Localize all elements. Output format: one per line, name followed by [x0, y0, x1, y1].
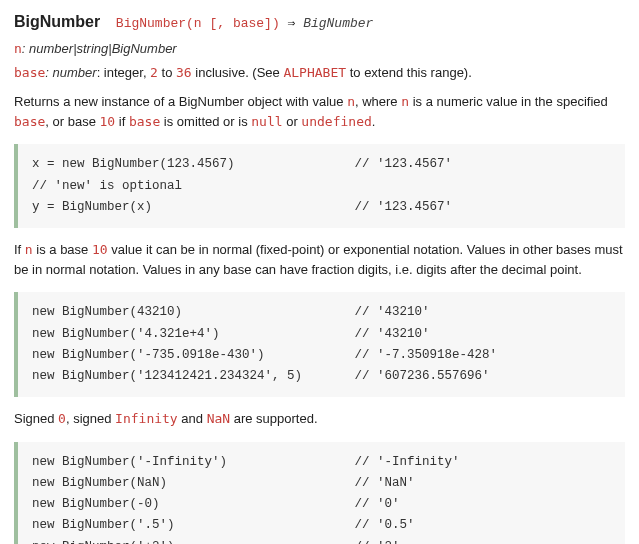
txt: to extend this range). [346, 65, 472, 80]
txt: , or base [45, 114, 99, 129]
base-ref: base [14, 114, 45, 129]
txt: Signed [14, 411, 58, 426]
txt: is a numeric value in the specified [409, 94, 608, 109]
txt: inclusive. (See [192, 65, 284, 80]
txt: and [178, 411, 207, 426]
ten: 10 [100, 114, 116, 129]
n-ref: n [25, 242, 33, 257]
code-block-2: new BigNumber(43210) // '43210' new BigN… [14, 292, 625, 397]
nan-kw: NaN [207, 411, 230, 426]
txt: is a base [33, 242, 92, 257]
txt: or [283, 114, 302, 129]
ten: 10 [92, 242, 108, 257]
param-n-type: : number|string|BigNumber [22, 41, 177, 56]
param-base-type: : number [45, 65, 96, 80]
signature-return: BigNumber [303, 16, 373, 31]
code-block-3: new BigNumber('-Infinity') // '-Infinity… [14, 442, 625, 544]
txt: to [158, 65, 176, 80]
txt: is omitted or is [160, 114, 251, 129]
code-block-1: x = new BigNumber(123.4567) // '123.4567… [14, 144, 625, 228]
header: BigNumber BigNumber(n [, base]) ⇒ BigNum… [14, 10, 625, 35]
param-n: n [14, 41, 22, 56]
null-kw: null [251, 114, 282, 129]
alphabet-link[interactable]: ALPHABET [283, 65, 346, 80]
txt: , where [355, 94, 401, 109]
param-base: base [14, 65, 45, 80]
param-n-line: n: number|string|BigNumber [14, 39, 625, 59]
base-ref: base [129, 114, 160, 129]
txt: if [115, 114, 129, 129]
param-base-line: base: number: integer, 2 to 36 inclusive… [14, 63, 625, 83]
txt: If [14, 242, 25, 257]
txt: are supported. [230, 411, 317, 426]
txt: . [372, 114, 376, 129]
undefined-kw: undefined [301, 114, 371, 129]
arrow: ⇒ [280, 16, 303, 31]
infinity-kw: Infinity [115, 411, 178, 426]
zero: 0 [58, 411, 66, 426]
description-3: Signed 0, signed Infinity and NaN are su… [14, 409, 625, 429]
signature: BigNumber(n [, base]) ⇒ BigNumber [116, 16, 373, 31]
description-2: If n is a base 10 value it can be in nor… [14, 240, 625, 280]
signature-call: BigNumber(n [, base]) [116, 16, 280, 31]
n-ref: n [347, 94, 355, 109]
txt: : integer, [97, 65, 150, 80]
txt: , signed [66, 411, 115, 426]
base-lo: 2 [150, 65, 158, 80]
class-title: BigNumber [14, 13, 100, 30]
txt: Returns a new instance of a BigNumber ob… [14, 94, 347, 109]
description-1: Returns a new instance of a BigNumber ob… [14, 92, 625, 132]
n-ref: n [401, 94, 409, 109]
base-hi: 36 [176, 65, 192, 80]
